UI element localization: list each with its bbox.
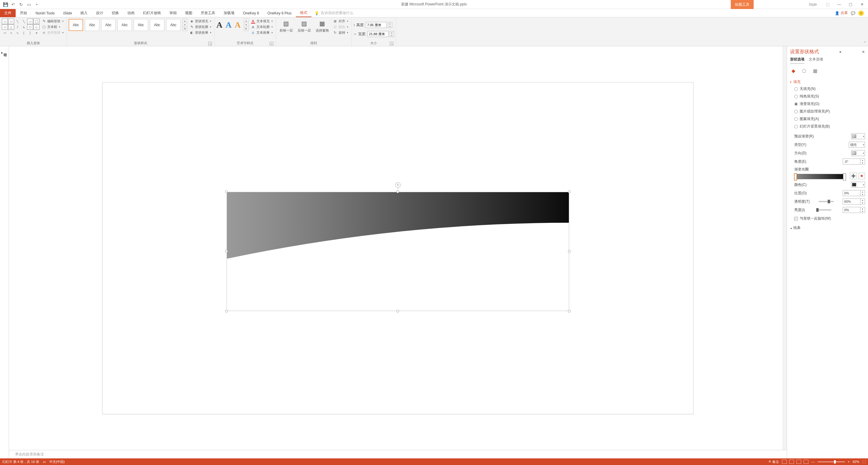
style-swatch[interactable]: Abc bbox=[166, 19, 181, 31]
radio-solid-fill[interactable]: 纯色填充(S) bbox=[794, 94, 865, 99]
width-input[interactable] bbox=[368, 31, 389, 37]
style-swatch[interactable]: Abc bbox=[101, 19, 116, 31]
pane-tab-text-options[interactable]: 文本选项 bbox=[809, 57, 823, 64]
tab-file[interactable]: 文件 bbox=[0, 9, 16, 17]
gallery-scroll[interactable]: ▴▾⊟ bbox=[182, 19, 187, 31]
text-fill-button[interactable]: A文本填充▾ bbox=[250, 19, 274, 24]
canvas-scroll[interactable]: ↻ bbox=[9, 46, 787, 450]
pane-options-button[interactable]: ▾ bbox=[839, 50, 841, 54]
share-button[interactable]: 👤 共享 bbox=[835, 10, 848, 15]
reading-view-button[interactable] bbox=[796, 460, 801, 464]
remove-stop-button[interactable]: ✖ bbox=[858, 173, 865, 179]
slide[interactable]: ↻ bbox=[102, 82, 693, 414]
fit-to-window-button[interactable]: ⛶ bbox=[862, 460, 866, 464]
tab-slideshow[interactable]: 幻灯片放映 bbox=[139, 9, 165, 17]
style-swatch[interactable]: Abc bbox=[69, 19, 83, 31]
tab-home[interactable]: 开始 bbox=[16, 9, 31, 17]
tab-animations[interactable]: 动画 bbox=[123, 9, 139, 17]
slideshow-view-button[interactable] bbox=[804, 460, 808, 464]
notes-pane[interactable]: 单击此处添加备注 bbox=[9, 450, 787, 458]
tab-onekey8plus[interactable]: OneKey 8 Plus bbox=[264, 9, 296, 17]
language-button[interactable]: 中文(中国) bbox=[49, 460, 65, 464]
resize-handle-e[interactable] bbox=[568, 250, 571, 253]
resize-handle-sw[interactable] bbox=[225, 310, 228, 312]
tab-review[interactable]: 审阅 bbox=[165, 9, 181, 17]
radio-pattern-fill[interactable]: 图案填充(A) bbox=[794, 117, 865, 122]
tab-insert[interactable]: 插入 bbox=[76, 9, 92, 17]
thumbnail-rail[interactable]: ▸ 缩略图 bbox=[0, 46, 9, 458]
radio-slide-bg-fill[interactable]: 幻灯片背景填充(B) bbox=[794, 124, 865, 129]
transparency-input[interactable]: 60%▴▾ bbox=[843, 199, 865, 204]
style-swatch[interactable]: Abc bbox=[134, 19, 148, 31]
tab-addins[interactable]: 加载项 bbox=[219, 9, 239, 17]
text-box-button[interactable]: ▢文本框▾ bbox=[41, 24, 65, 30]
undo-button[interactable]: ↶ bbox=[10, 1, 17, 8]
shape-fill-button[interactable]: ◈形状填充▾ bbox=[188, 19, 213, 24]
rotate-with-shape-checkbox[interactable]: ✓ bbox=[794, 217, 798, 221]
align-button[interactable]: ⊞对齐▾ bbox=[332, 19, 349, 24]
style-swatch[interactable]: Abc bbox=[150, 19, 164, 31]
shapes-gallery[interactable]: ▭▭╲╲▭◯ ▭△⤴↳⬠◇ ↪∿∿{}▾ bbox=[2, 19, 39, 35]
wordart-gallery[interactable]: A A A ▴▾⊟ bbox=[216, 19, 249, 31]
notes-button[interactable]: ≛ 备注 bbox=[768, 460, 779, 464]
height-input[interactable] bbox=[366, 22, 387, 28]
redo-button[interactable]: ↻ bbox=[18, 1, 25, 8]
tab-nordri-tools[interactable]: Nordri Tools bbox=[31, 9, 59, 17]
gradient-angle-input[interactable]: .0°▴▾ bbox=[843, 159, 865, 165]
resize-handle-ne[interactable] bbox=[568, 190, 571, 193]
zoom-slider[interactable] bbox=[818, 461, 845, 462]
radio-no-fill[interactable]: 无填充(N) bbox=[794, 86, 865, 92]
tab-onekey8[interactable]: OneKey 8 bbox=[239, 9, 263, 17]
tab-developer[interactable]: 开发工具 bbox=[196, 9, 219, 17]
wordart-item[interactable]: A bbox=[216, 20, 222, 30]
preset-gradient-combo[interactable]: ▾ bbox=[851, 133, 865, 139]
style-swatch[interactable]: Abc bbox=[85, 19, 99, 31]
size-props-icon[interactable]: ▦ bbox=[812, 67, 818, 74]
brightness-slider[interactable] bbox=[816, 209, 831, 210]
resize-handle-nw[interactable] bbox=[225, 190, 228, 193]
wordart-item[interactable]: A bbox=[225, 20, 231, 30]
zoom-value[interactable]: 82% bbox=[852, 460, 859, 464]
rotate-with-shape-row[interactable]: ✓ 与形状一起旋转(W) bbox=[790, 214, 865, 223]
dialog-launcher[interactable]: ↘ bbox=[208, 42, 212, 45]
maximize-button[interactable]: ▢ bbox=[846, 0, 855, 9]
style-swatch[interactable]: Abc bbox=[117, 19, 132, 31]
save-button[interactable]: 💾 bbox=[2, 1, 9, 8]
selected-shape[interactable]: ↻ bbox=[227, 192, 569, 311]
slide-counter[interactable]: 幻灯片 第 4 张，共 16 张 bbox=[2, 460, 39, 464]
tab-transitions[interactable]: 切换 bbox=[107, 9, 123, 17]
tell-me-search[interactable]: 💡 告诉我你想要做什么 bbox=[311, 9, 353, 17]
tab-islide[interactable]: iSlide bbox=[59, 9, 76, 17]
emoji-icon[interactable]: 🙂 bbox=[858, 10, 864, 16]
gradient-stop[interactable] bbox=[843, 173, 846, 180]
wordart-item[interactable]: A bbox=[235, 20, 241, 30]
bring-forward-button[interactable]: ▧前移一层 bbox=[278, 19, 294, 33]
effects-category-icon[interactable]: ⬠ bbox=[801, 67, 807, 74]
brightness-input[interactable]: 0%▴▾ bbox=[843, 207, 865, 213]
fill-line-icon[interactable]: ◆ bbox=[790, 67, 797, 74]
zoom-out-button[interactable]: — bbox=[811, 460, 815, 464]
resize-handle-s[interactable] bbox=[396, 310, 399, 312]
start-from-beginning-button[interactable]: ▭ bbox=[25, 1, 32, 8]
resize-handle-se[interactable] bbox=[568, 310, 571, 312]
gradient-stops-track[interactable] bbox=[794, 174, 846, 179]
dialog-launcher[interactable]: ↘ bbox=[390, 42, 393, 45]
gallery-scroll[interactable]: ▴▾⊟ bbox=[244, 19, 249, 31]
tab-design[interactable]: 设计 bbox=[92, 9, 107, 17]
gradient-type-combo[interactable]: 线性▾ bbox=[849, 142, 865, 148]
thumbnails-expand[interactable]: ▸ bbox=[1, 51, 3, 55]
close-button[interactable]: ✕ bbox=[857, 0, 867, 9]
text-effects-button[interactable]: A文本效果▾ bbox=[250, 30, 274, 35]
width-spinner[interactable]: ▴▾ bbox=[390, 31, 394, 37]
resize-handle-n[interactable] bbox=[396, 190, 399, 193]
tab-view[interactable]: 视图 bbox=[181, 9, 196, 17]
shape-style-gallery[interactable]: Abc Abc Abc Abc Abc Abc Abc ▴▾⊟ bbox=[69, 19, 187, 31]
shape-effects-button[interactable]: ◐形状效果▾ bbox=[188, 30, 213, 35]
ribbon-display-options-button[interactable]: ⬚ bbox=[823, 0, 833, 9]
zoom-in-button[interactable]: + bbox=[848, 460, 850, 464]
transparency-slider[interactable] bbox=[819, 201, 834, 202]
section-fill-header[interactable]: ▾填充 bbox=[790, 79, 865, 85]
dialog-launcher[interactable]: ↘ bbox=[270, 42, 273, 45]
collapse-ribbon-button[interactable]: ⌃ bbox=[864, 41, 866, 45]
pane-close-button[interactable]: ✕ bbox=[862, 49, 865, 54]
